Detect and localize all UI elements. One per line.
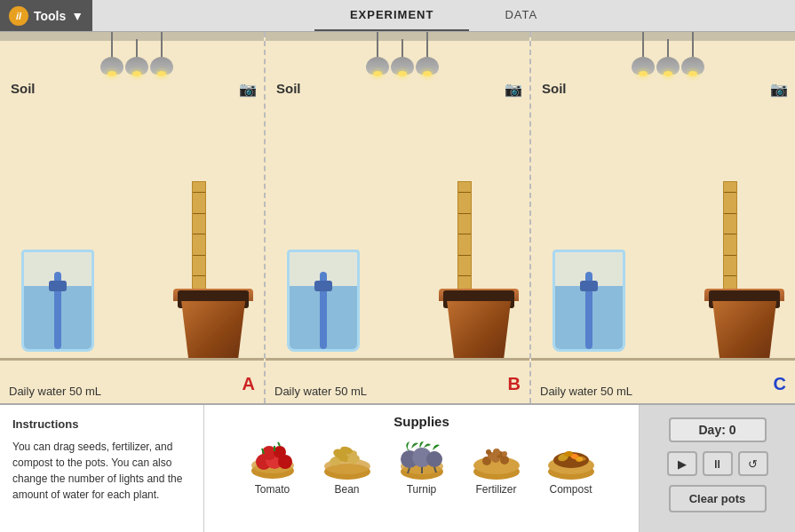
- supply-fertilizer-label: Fertilizer: [475, 483, 516, 496]
- supply-fertilizer[interactable]: Fertilizer: [468, 436, 525, 496]
- flower-pot-a: [178, 289, 253, 359]
- lamp-head: [656, 57, 680, 75]
- daily-water-a: Daily water 50 mL: [9, 385, 101, 398]
- lamp-head: [150, 57, 173, 75]
- turnip-svg: [395, 436, 449, 480]
- pause-icon: ⏸: [712, 457, 723, 471]
- svg-point-35: [502, 451, 507, 457]
- lamp-cord: [377, 32, 378, 57]
- supply-tomato[interactable]: Tomato: [244, 436, 301, 496]
- water-stirrer-a: [54, 272, 61, 349]
- lamp-head: [416, 57, 439, 75]
- ruler-tick: [458, 192, 471, 193]
- lamp-glow: [373, 71, 382, 76]
- compost-icon-wrapper: [543, 436, 600, 480]
- pot-body: [709, 301, 780, 359]
- floor-a: [0, 358, 264, 361]
- compost-svg: [544, 436, 599, 480]
- supply-compost[interactable]: Compost: [543, 436, 600, 496]
- svg-line-9: [278, 442, 280, 446]
- flower-pot-c: [709, 289, 784, 359]
- lamp-c-3: [681, 32, 704, 75]
- floor-c: [531, 358, 795, 361]
- ruler-tick: [724, 255, 736, 256]
- pot-letter-c: C: [774, 374, 786, 394]
- bean-svg: [320, 436, 375, 480]
- instructions-panel: Instructions You can drag seeds, fertili…: [0, 405, 204, 532]
- ruler-tick: [724, 234, 736, 234]
- pot-letter-a: A: [242, 374, 255, 394]
- pot-section-a: Soil 📷 A: [0, 32, 266, 403]
- water-stirrer-head-a: [49, 281, 67, 291]
- lamp-cord: [667, 39, 669, 57]
- tab-data[interactable]: DATA: [469, 0, 573, 31]
- header: il Tools ▼ EXPERIMENT DATA: [0, 0, 795, 32]
- clear-pots-button[interactable]: Clear pots: [669, 485, 767, 512]
- svg-point-22: [426, 451, 442, 467]
- ruler-tick: [193, 255, 205, 256]
- daily-water-c: Daily water 50 mL: [540, 385, 632, 398]
- ruler-tick: [193, 213, 205, 214]
- reset-icon: ↺: [748, 457, 758, 471]
- water-container-b: [287, 250, 360, 352]
- water-stirrer-head-b: [314, 281, 332, 291]
- ruler-tick: [193, 192, 205, 193]
- svg-point-33: [493, 449, 500, 456]
- lamp-glow: [423, 71, 432, 76]
- lamp-glow: [639, 71, 648, 76]
- pot-rim: [439, 289, 519, 301]
- play-button[interactable]: ▶: [667, 451, 697, 476]
- supply-bean-label: Bean: [334, 483, 359, 496]
- lamp-glow: [664, 71, 672, 76]
- lamp-c-2: [656, 39, 680, 75]
- soil-label-c: Soil: [542, 81, 567, 96]
- pause-button[interactable]: ⏸: [703, 451, 733, 476]
- camera-icon-b[interactable]: 📷: [505, 81, 522, 98]
- tools-logo: il: [9, 6, 28, 26]
- fertilizer-icon-wrapper: [468, 436, 525, 480]
- ruler-tick: [458, 255, 471, 256]
- supply-turnip[interactable]: Turnip: [394, 436, 450, 496]
- lamp-glow: [132, 71, 141, 76]
- bottom-panel: Instructions You can drag seeds, fertili…: [0, 405, 795, 532]
- lamp-cord: [161, 32, 163, 57]
- experiment-area: Soil 📷 A: [0, 32, 795, 405]
- daily-water-b: Daily water 50 mL: [274, 385, 367, 398]
- pot-rim: [173, 289, 253, 301]
- water-container-c: [553, 250, 625, 352]
- tools-dropdown-icon: ▼: [71, 9, 83, 23]
- camera-icon-a[interactable]: 📷: [239, 81, 257, 98]
- turnip-icon-wrapper: [394, 436, 450, 480]
- supply-bean[interactable]: Bean: [319, 436, 376, 496]
- lamp-a-3: [150, 32, 173, 75]
- tools-button[interactable]: il Tools ▼: [0, 0, 92, 31]
- svg-point-34: [486, 449, 491, 455]
- lamp-glow: [398, 71, 407, 76]
- supply-tomato-label: Tomato: [255, 483, 290, 496]
- flower-pot-b: [443, 289, 519, 359]
- lamp-head: [681, 57, 704, 75]
- tomato-svg: [248, 437, 298, 480]
- lamp-c-1: [632, 32, 655, 75]
- ruler-tick: [724, 213, 736, 214]
- playback-controls: ▶ ⏸ ↺: [667, 451, 768, 476]
- lamp-head: [100, 57, 123, 75]
- tab-experiment[interactable]: EXPERIMENT: [314, 0, 470, 31]
- supply-compost-label: Compost: [549, 483, 592, 496]
- pot-section-c: Soil 📷 C Daily water: [531, 32, 795, 403]
- tools-label: Tools: [34, 9, 66, 23]
- supply-turnip-label: Turnip: [407, 483, 437, 496]
- lamp-head: [391, 57, 414, 75]
- reset-button[interactable]: ↺: [738, 451, 768, 476]
- ruler-tick: [458, 275, 471, 276]
- soil-label-a: Soil: [11, 81, 36, 96]
- camera-icon-c[interactable]: 📷: [770, 81, 788, 98]
- lamp-head: [125, 57, 148, 75]
- lamp-assembly-a: [100, 32, 173, 75]
- lamp-cord: [111, 32, 113, 57]
- lamp-cord: [692, 32, 694, 57]
- bean-icon-wrapper: [319, 436, 376, 480]
- ruler-tick: [193, 234, 205, 234]
- lamp-a-1: [100, 32, 123, 75]
- lamp-cord: [136, 39, 138, 57]
